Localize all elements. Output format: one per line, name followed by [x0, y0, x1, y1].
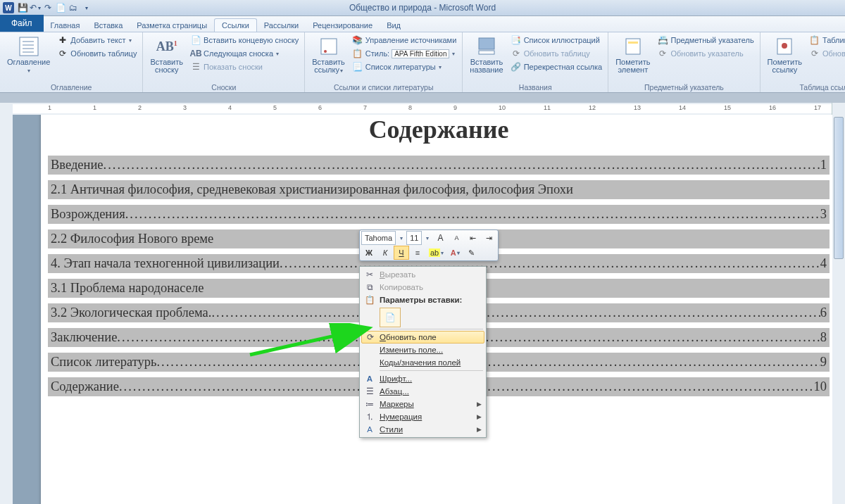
mini-indent-dec[interactable]: ⇤ — [465, 231, 480, 245]
svg-rect-5 — [321, 39, 337, 54]
doc-title[interactable]: Содержание — [41, 115, 832, 144]
mini-italic[interactable]: К — [377, 246, 393, 260]
btn-mark-entry[interactable]: Пометить элемент — [613, 34, 653, 75]
btn-endnote[interactable]: 📄Вставить концевую сноску — [189, 34, 300, 46]
toc-entry-text: 3.2 Экологическая проблема. — [51, 305, 211, 320]
scrollbar-vertical[interactable] — [832, 103, 845, 504]
ctx-paragraph[interactable]: ☰Абзац... — [361, 385, 484, 398]
btn-mark-citation[interactable]: Пометить ссылку — [765, 34, 805, 75]
mini-fontcolor[interactable]: A▾ — [447, 246, 463, 260]
tab-home[interactable]: Главная — [44, 19, 87, 32]
ctx-styles[interactable]: AСтили▶ — [361, 423, 484, 436]
btn-insert-index[interactable]: 📇Предметный указатель — [656, 34, 755, 46]
toc-icon — [18, 35, 40, 58]
btn-insert-toa[interactable]: 📋Таблица ссылок — [808, 34, 845, 46]
toc-entry-text: 2.2 Философия Нового време — [51, 232, 213, 246]
ctx-separator — [380, 329, 483, 329]
tab-file[interactable]: Файл — [0, 15, 44, 32]
scrollbar-thumb[interactable] — [834, 117, 844, 259]
tab-references[interactable]: Ссылки — [214, 18, 257, 32]
mini-indent-inc[interactable]: ⇥ — [481, 231, 496, 245]
toc-page: 6 — [820, 305, 827, 320]
tab-insert[interactable]: Вставка — [87, 19, 130, 32]
ctx-copy[interactable]: ⧉Копировать — [361, 281, 484, 294]
qat-icon2[interactable]: 🗂 — [68, 2, 79, 13]
mini-font[interactable]: Tahoma — [361, 231, 396, 245]
toc-page: 8 — [820, 330, 827, 345]
show-notes-icon: ☰ — [190, 61, 201, 73]
mini-center[interactable]: ≡ — [410, 246, 425, 260]
crossref-icon: 🔗 — [511, 61, 522, 73]
ctx-bullets[interactable]: ≔Маркеры▶ — [361, 398, 484, 410]
ctx-edit-field[interactable]: Изменить поле... — [361, 344, 484, 356]
mini-size[interactable]: 11 — [406, 231, 422, 245]
btn-update-toc[interactable]: ⟳Обновить таблицу — [56, 47, 138, 60]
redo-icon[interactable]: ↷ — [42, 2, 54, 13]
mini-toolbar: Tahoma▾ 11▾ A A ⇤ ⇥ Ж К Ч ≡ ab▾ A▾ ✎ — [359, 229, 499, 261]
btn-next-footnote[interactable]: ABСледующая сноска▾ — [189, 47, 300, 60]
toc-page: 9 — [820, 355, 827, 370]
ctx-numbering[interactable]: ⒈Нумерация▶ — [361, 410, 484, 423]
context-menu: ✂Вырезать ⧉Копировать 📋Параметры вставки… — [359, 266, 487, 438]
btn-update-toa[interactable]: ⟳Обновить таблицу — [808, 47, 845, 60]
update-icon: ⟳ — [57, 48, 68, 59]
tab-review[interactable]: Рецензирование — [306, 19, 380, 32]
mini-underline[interactable]: Ч — [394, 246, 409, 260]
mark-entry-icon — [622, 35, 644, 58]
qat-icon[interactable]: 📄 — [55, 2, 66, 13]
ctx-cut[interactable]: ✂Вырезать — [361, 268, 484, 281]
btn-manage-sources[interactable]: 📚Управление источниками — [351, 34, 458, 46]
save-icon[interactable]: 💾 — [17, 2, 28, 13]
btn-crossref[interactable]: 🔗Перекрестная ссылка — [509, 61, 604, 73]
btn-insert-citation[interactable]: Вставить ссылку▾ — [309, 34, 348, 76]
bibliography-icon: 📃 — [352, 61, 363, 73]
toc-row[interactable]: Возрождения.............................… — [48, 205, 830, 224]
tab-layout[interactable]: Разметка страницы — [130, 19, 214, 32]
toc-page: 1 — [820, 158, 827, 172]
ruler-horizontal[interactable]: 11234567891011121314151617 — [13, 103, 845, 115]
tab-mailings[interactable]: Рассылки — [257, 19, 306, 32]
font-icon: A — [364, 373, 375, 384]
group-index: Пометить элемент 📇Предметный указатель ⟳… — [608, 32, 760, 92]
toc-row[interactable]: 2.1 Античная философия, средневековая хр… — [48, 180, 830, 199]
update-icon: ⟳ — [657, 48, 668, 59]
update-field-icon: ⟳ — [365, 332, 376, 343]
ruler-vertical[interactable] — [0, 103, 13, 504]
btn-show-notes[interactable]: ☰Показать сноски — [189, 61, 300, 73]
btn-fig-list[interactable]: 📑Список иллюстраций — [509, 34, 604, 46]
toc-row[interactable]: Введение................................… — [48, 156, 830, 175]
ctx-font[interactable]: AШрифт... — [361, 372, 484, 385]
btn-toc[interactable]: Оглавление▾ — [4, 34, 53, 76]
btn-style[interactable]: 📋Стиль:APA Fifth Edition▾ — [351, 47, 458, 60]
mark-citation-icon — [773, 35, 796, 58]
ctx-update-field[interactable]: ⟳Обновить поле — [361, 331, 484, 344]
mini-growfont[interactable]: A — [432, 231, 448, 245]
btn-update-index[interactable]: ⟳Обновить указатель — [656, 47, 755, 60]
toc-leader: ........................................… — [125, 207, 820, 222]
mini-bold[interactable]: Ж — [361, 246, 377, 260]
undo-icon[interactable]: ↶▾ — [30, 2, 41, 13]
title-bar: W 💾 ↶▾ ↷ 📄 🗂 ▾ Общество и природа - Micr… — [0, 0, 845, 16]
mini-formatpainter[interactable]: ✎ — [463, 246, 479, 260]
btn-insert-caption[interactable]: Вставить название — [467, 34, 506, 75]
qat-more[interactable]: ▾ — [81, 2, 92, 13]
btn-add-text[interactable]: ✚Добавить текст▾ — [56, 34, 138, 46]
btn-update-figlist[interactable]: ⟳Обновить таблицу — [509, 47, 604, 60]
tab-view[interactable]: Вид — [380, 19, 408, 32]
toc-leader: ........................................… — [104, 158, 820, 172]
btn-insert-footnote[interactable]: AB1 Вставить сноску — [147, 34, 186, 75]
ctx-paste-option[interactable]: 📄 — [380, 308, 401, 327]
group-captions: Вставить название 📑Список иллюстраций ⟳О… — [463, 32, 608, 92]
submenu-arrow-icon: ▶ — [477, 413, 482, 420]
style-icon: 📋 — [352, 48, 363, 59]
toc-entry-text: Введение — [51, 158, 104, 172]
ctx-field-codes[interactable]: Коды/значения полей — [361, 356, 484, 369]
toc-entry-text: Возрождения — [51, 207, 125, 222]
copy-icon: ⧉ — [364, 282, 375, 293]
submenu-arrow-icon: ▶ — [477, 426, 482, 433]
mini-shrinkfont[interactable]: A — [449, 231, 464, 245]
figlist-icon: 📑 — [511, 34, 522, 46]
mini-highlight[interactable]: ab▾ — [426, 246, 446, 260]
btn-bibliography[interactable]: 📃Список литературы▾ — [351, 61, 458, 73]
svg-rect-9 — [626, 39, 640, 54]
